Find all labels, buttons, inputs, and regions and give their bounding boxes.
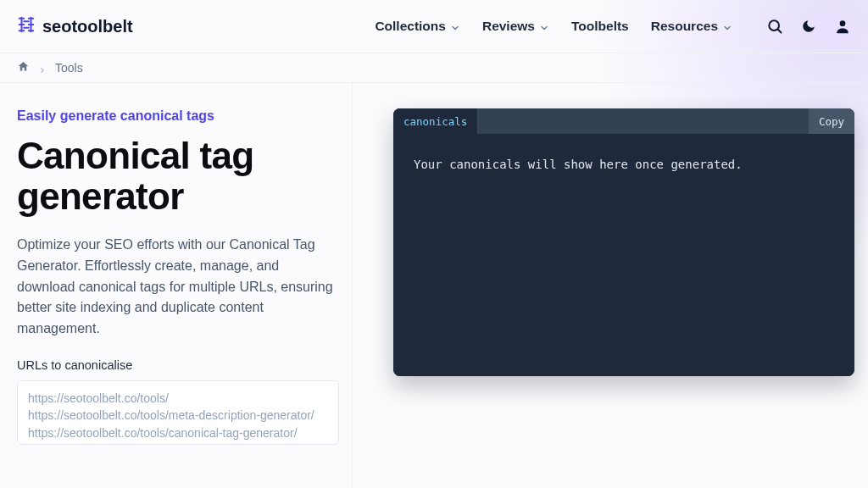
copy-label: Copy — [819, 115, 844, 128]
nav-resources[interactable]: Resources — [651, 19, 732, 34]
home-icon[interactable] — [17, 60, 30, 75]
eyebrow: Easily generate canonical tags — [17, 108, 335, 124]
chevron-down-icon — [450, 21, 460, 31]
output-empty-message: Your canonicals will show here once gene… — [414, 158, 743, 171]
chevron-down-icon — [722, 21, 732, 31]
nav-toolbelts[interactable]: Toolbelts — [571, 19, 629, 34]
output-tabs: canonicals Copy — [393, 108, 854, 134]
nav-label: Reviews — [482, 19, 535, 34]
copy-button[interactable]: Copy — [809, 108, 854, 134]
nav-reviews[interactable]: Reviews — [482, 19, 549, 34]
output-body: Your canonicals will show here once gene… — [393, 134, 854, 376]
svg-line-11 — [778, 30, 782, 33]
output-panel: canonicals Copy Your canonicals will sho… — [393, 108, 854, 376]
brand-name: seotoolbelt — [42, 17, 133, 36]
output-column: canonicals Copy Your canonicals will sho… — [353, 83, 868, 488]
brand-logo[interactable]: seotoolbelt — [17, 15, 133, 38]
urls-label: URLs to canonicalise — [17, 358, 335, 372]
dark-mode-icon[interactable] — [800, 18, 817, 35]
page-title: Canonical tag generator — [17, 136, 335, 216]
content-column: Easily generate canonical tags Canonical… — [0, 83, 353, 488]
account-icon[interactable] — [834, 18, 851, 35]
nav-label: Toolbelts — [571, 19, 629, 34]
nav-label: Collections — [375, 19, 446, 34]
tab-label: canonicals — [403, 115, 467, 128]
site-header: seotoolbelt Collections Reviews Toolbelt… — [0, 0, 868, 53]
chevron-right-icon — [38, 64, 47, 72]
nav-label: Resources — [651, 19, 718, 34]
header-actions — [766, 18, 851, 35]
breadcrumb: Tools — [0, 53, 868, 83]
urls-input[interactable] — [17, 380, 339, 445]
chevron-down-icon — [539, 21, 549, 31]
breadcrumb-current[interactable]: Tools — [55, 61, 83, 75]
brand-logo-icon — [17, 15, 36, 38]
main-nav: Collections Reviews Toolbelts Resources — [375, 19, 732, 34]
tab-canonicals[interactable]: canonicals — [393, 108, 478, 134]
search-icon[interactable] — [766, 18, 783, 35]
svg-point-12 — [840, 20, 846, 26]
page-description: Optimize your SEO efforts with our Canon… — [17, 235, 335, 340]
nav-collections[interactable]: Collections — [375, 19, 460, 34]
